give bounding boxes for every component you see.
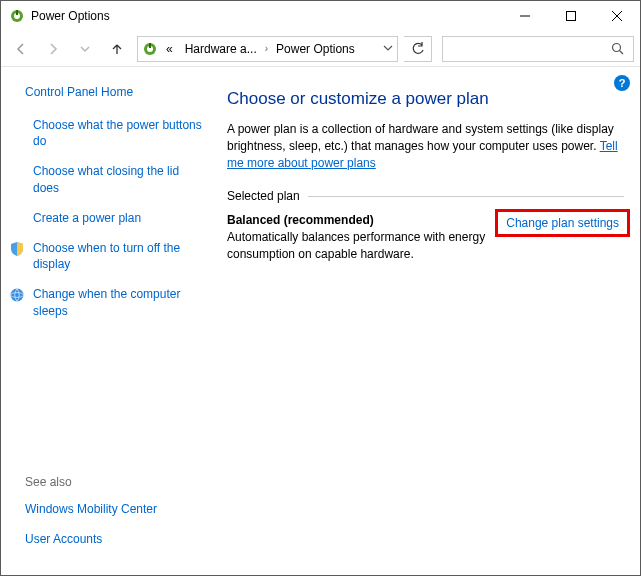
globe-icon [9, 287, 25, 303]
up-arrow-icon [110, 42, 124, 56]
back-button[interactable] [7, 35, 35, 63]
refresh-button[interactable] [404, 36, 432, 62]
svg-point-10 [613, 43, 621, 51]
power-options-app-icon [9, 8, 25, 24]
plan-description: Automatically balances performance with … [227, 229, 485, 263]
address-app-icon [142, 41, 158, 57]
divider [308, 196, 624, 197]
main-panel: Choose or customize a power plan A power… [217, 67, 640, 575]
svg-rect-9 [149, 43, 151, 48]
up-button[interactable] [103, 35, 131, 63]
titlebar: Power Options [1, 1, 640, 31]
maximize-button[interactable] [548, 1, 594, 31]
plan-row: Balanced (recommended) Automatically bal… [227, 213, 624, 263]
page-description: A power plan is a collection of hardware… [227, 121, 624, 171]
svg-point-12 [11, 289, 24, 302]
minimize-button[interactable] [502, 1, 548, 31]
power-options-window: Power Options « Hardware a... › Power Op… [0, 0, 641, 576]
navigation-bar: « Hardware a... › Power Options [1, 31, 640, 67]
chevron-down-icon [80, 44, 90, 54]
search-input[interactable] [442, 36, 634, 62]
close-icon [612, 11, 622, 21]
search-icon [611, 42, 625, 56]
sidebar-link-turn-off-display[interactable]: Choose when to turn off the display [9, 240, 203, 272]
section-label-text: Selected plan [227, 189, 300, 203]
see-also-label: See also [25, 475, 203, 489]
address-bar[interactable]: « Hardware a... › Power Options [137, 36, 398, 62]
sidebar-link-closing-lid[interactable]: Choose what closing the lid does [25, 163, 203, 195]
refresh-icon [411, 42, 425, 56]
address-dropdown-icon[interactable] [383, 43, 393, 55]
svg-rect-2 [16, 10, 18, 15]
forward-button[interactable] [39, 35, 67, 63]
svg-line-11 [620, 50, 624, 54]
breadcrumb-prefix[interactable]: « [162, 40, 177, 58]
see-also-mobility-center[interactable]: Windows Mobility Center [25, 501, 203, 517]
content-area: Control Panel Home Choose what the power… [1, 67, 640, 575]
sidebar-item-label: Choose when to turn off the display [33, 241, 180, 271]
sidebar: Control Panel Home Choose what the power… [1, 67, 217, 575]
breadcrumb-power-options[interactable]: Power Options [272, 40, 359, 58]
highlight-box: Change plan settings [495, 209, 630, 237]
help-icon[interactable]: ? [614, 75, 630, 91]
forward-arrow-icon [46, 42, 60, 56]
plan-name: Balanced (recommended) [227, 213, 485, 227]
shield-icon [9, 241, 25, 257]
minimize-icon [520, 11, 530, 21]
sidebar-link-power-buttons[interactable]: Choose what the power buttons do [25, 117, 203, 149]
back-arrow-icon [14, 42, 28, 56]
svg-rect-4 [567, 12, 576, 21]
sidebar-link-create-plan[interactable]: Create a power plan [25, 210, 203, 226]
recent-dropdown[interactable] [71, 35, 99, 63]
control-panel-home-link[interactable]: Control Panel Home [25, 85, 203, 99]
description-text: A power plan is a collection of hardware… [227, 122, 614, 153]
window-title: Power Options [31, 9, 110, 23]
change-plan-settings-link[interactable]: Change plan settings [506, 216, 619, 230]
chevron-right-icon[interactable]: › [265, 43, 268, 54]
page-heading: Choose or customize a power plan [227, 89, 624, 109]
sidebar-link-computer-sleeps[interactable]: Change when the computer sleeps [9, 286, 203, 318]
sidebar-item-label: Change when the computer sleeps [33, 287, 180, 317]
see-also-user-accounts[interactable]: User Accounts [25, 531, 203, 547]
maximize-icon [566, 11, 576, 21]
breadcrumb-hardware[interactable]: Hardware a... [181, 40, 261, 58]
close-button[interactable] [594, 1, 640, 31]
selected-plan-label: Selected plan [227, 189, 624, 203]
